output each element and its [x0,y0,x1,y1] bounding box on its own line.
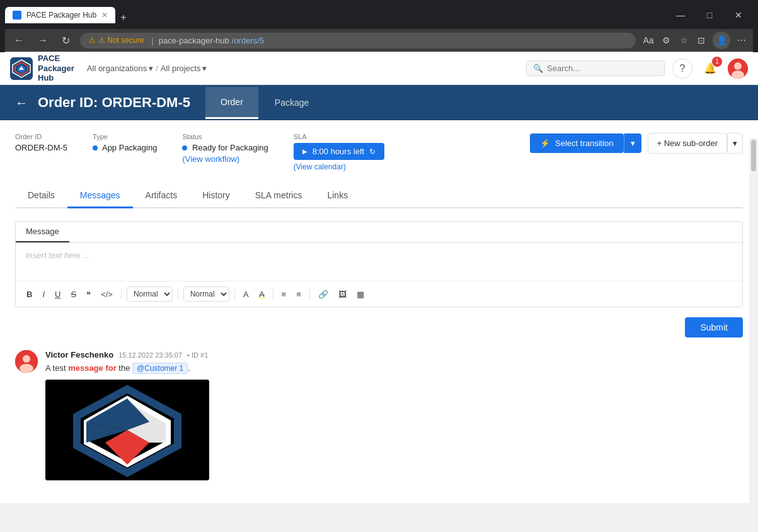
toolbar-divider-3 [234,289,235,299]
underline-button[interactable]: U [52,288,64,301]
status-dot [182,145,187,150]
view-calendar-link[interactable]: (View calendar) [294,162,384,171]
message-editor: Message Insert text here ... B I U S ❝ <… [15,221,743,307]
tab-order[interactable]: Order [205,87,258,119]
play-icon: ▶ [302,148,307,155]
new-suborder-button[interactable]: + New sub-order [648,133,727,154]
insert-link-button[interactable]: 🔗 [315,288,331,301]
logo-text: PACE Packager Hub [38,54,74,83]
select-transition-dropdown[interactable]: ▾ [624,133,641,153]
user-profile-icon[interactable]: 👤 [713,31,730,49]
svg-point-5 [734,62,742,70]
order-actions: ⚡ Select transition ▾ + New sub-order ▾ [530,133,743,154]
help-button[interactable]: ? [672,59,692,79]
insert-image-button[interactable]: 🖼 [335,288,350,301]
search-input[interactable] [547,64,658,73]
submit-button[interactable]: Submit [685,317,743,337]
type-dot [93,145,98,150]
unordered-list-button[interactable]: ≡ [293,288,304,301]
content-tab-group: Details Messages Artifacts History SLA m… [15,184,743,208]
type-label: Type [93,133,157,140]
tab-history[interactable]: History [190,184,243,208]
app-logo: PACE Packager Hub [10,54,74,83]
search-icon: 🔍 [533,64,543,73]
blockquote-button[interactable]: ❝ [83,288,94,301]
tab-artifacts[interactable]: Artifacts [133,184,190,208]
browser-extensions-icon[interactable]: ⚙ [660,34,672,47]
org-label: All organizations [87,64,147,73]
order-tab-group: Order Package [205,87,324,119]
scrollbar-thumb[interactable] [751,140,756,171]
back-button[interactable]: ← [15,96,28,110]
message-id: • ID #1 [187,351,208,359]
font-highlight-button[interactable]: A̶ [256,288,268,301]
logo-icon [10,57,33,80]
browser-tab[interactable]: PACE Packager Hub ✕ [5,7,115,23]
sla-timer: ▶ 8:00 hours left ↻ [294,143,384,160]
maximize-button[interactable]: □ [695,5,724,25]
tab-sla-metrics[interactable]: SLA metrics [243,184,315,208]
tab-links[interactable]: Links [314,184,360,208]
message-avatar [15,350,38,373]
submit-row: Submit [15,317,743,337]
strikethrough-button[interactable]: S [67,288,79,301]
italic-button[interactable]: I [39,288,48,301]
profile-sync-icon[interactable]: ⊡ [695,34,708,47]
breadcrumb: All organizations ▾ / All projects ▾ [87,64,207,73]
ordered-list-button[interactable]: ≡ [279,288,290,301]
tab-details[interactable]: Details [15,184,67,208]
tab-package[interactable]: Package [260,87,324,119]
code-button[interactable]: </> [98,288,116,301]
org-dropdown[interactable]: All organizations ▾ [87,64,153,73]
message-body[interactable]: Insert text here ... [16,243,742,281]
order-id-field: Order ID ORDER-DM-5 [15,133,67,152]
search-box: 🔍 [526,60,665,76]
tab-title: PACE Packager Hub [26,11,96,20]
order-id-value: ORDER-DM-5 [15,143,67,152]
security-warning-text: ⚠ Not secure [98,36,144,45]
new-suborder-group: + New sub-order ▾ [648,133,743,154]
back-nav-button[interactable]: ← [10,33,28,47]
new-tab-button[interactable]: + [115,12,131,23]
project-label: All projects [161,64,201,73]
tab-favicon [13,11,21,20]
minimize-button[interactable]: — [666,5,695,25]
message-image [45,380,209,480]
order-meta: Order ID ORDER-DM-5 Type App Packaging S… [15,133,743,171]
user-avatar[interactable] [728,59,748,79]
forward-nav-button[interactable]: → [34,33,52,47]
tab-close-icon[interactable]: ✕ [101,11,108,20]
tab-messages[interactable]: Messages [67,184,133,208]
message-item: Victor Feschenko 15.12.2022 23:35:07 • I… [15,350,743,480]
notification-button[interactable]: 🔔 1 [700,59,720,79]
message-editor-tab[interactable]: Message [16,222,69,242]
format-select-2[interactable]: Normal [183,286,229,302]
message-toolbar: B I U S ❝ </> Normal Normal A A̶ ≡ ≡ [16,281,742,307]
font-color-button[interactable]: A [240,288,252,301]
breadcrumb-separator: / [156,64,158,73]
mention-tag[interactable]: @Customer 1 [132,363,188,374]
insert-table-button[interactable]: ▦ [353,288,367,301]
toolbar-divider-2 [178,289,178,299]
refresh-nav-button[interactable]: ↻ [58,33,74,48]
new-suborder-dropdown[interactable]: ▾ [727,133,743,154]
format-select-1[interactable]: Normal [127,286,173,302]
close-button[interactable]: ✕ [724,5,753,25]
refresh-sla-icon[interactable]: ↻ [369,147,376,156]
message-tab-header: Message [16,222,742,243]
address-highlight: /orders/5 [232,36,264,45]
project-dropdown[interactable]: All projects ▾ [161,64,207,73]
bookmark-icon[interactable]: ☆ [677,34,690,47]
messages-list: Victor Feschenko 15.12.2022 23:35:07 • I… [15,350,743,480]
view-workflow-link[interactable]: (View workflow) [182,154,268,164]
bold-button[interactable]: B [23,288,35,301]
reader-mode-icon[interactable]: Aa [642,34,655,47]
message-text: A test message for the @Customer 1. [45,362,743,375]
select-transition-button[interactable]: ⚡ Select transition [530,133,624,153]
svg-point-8 [23,355,30,363]
order-header: ← Order ID: ORDER-DM-5 Order Package [0,85,758,120]
scrollbar[interactable] [749,139,758,532]
order-title: Order ID: ORDER-DM-5 [38,94,190,111]
sla-label: SLA [294,133,384,140]
more-options-icon[interactable]: ⋯ [735,34,748,47]
